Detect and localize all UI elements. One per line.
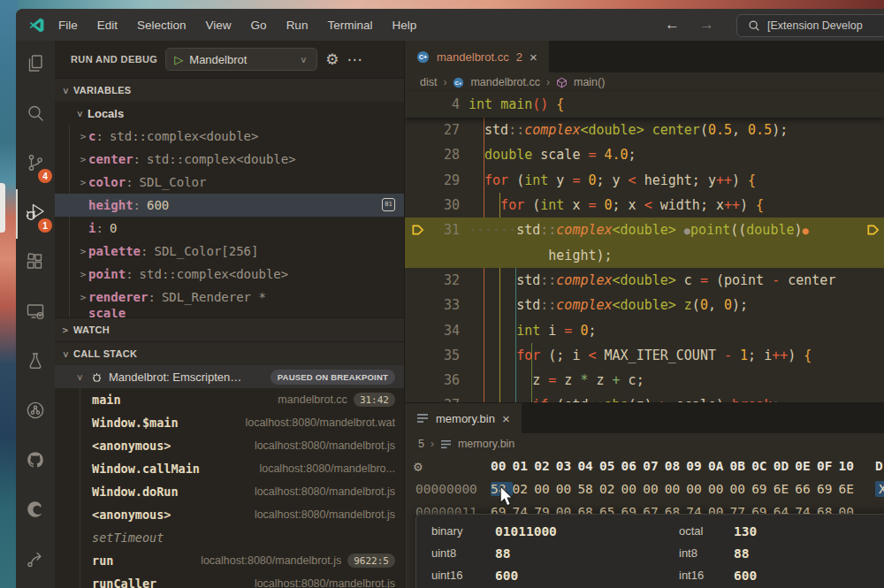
breadcrumb-dist[interactable]: dist: [420, 76, 437, 88]
gutter-29[interactable]: 29: [405, 168, 469, 193]
close-icon[interactable]: ×: [530, 50, 537, 64]
activity-item-source-control[interactable]: 4: [16, 140, 55, 189]
code-area[interactable]: 27std::complex<double> center(0.5, 0.5);…: [405, 118, 884, 402]
variable-row-center[interactable]: >center:std::complex<double>: [55, 148, 404, 171]
menu-view[interactable]: View: [196, 19, 241, 32]
command-center-search[interactable]: [Extension Develop: [736, 14, 884, 37]
hex-byte[interactable]: 6E: [774, 482, 796, 496]
stack-frame-2[interactable]: <anonymous>localhost:8080/mandelbrot.js: [55, 434, 404, 457]
close-icon[interactable]: ×: [502, 412, 510, 425]
hex-byte[interactable]: 00: [708, 482, 730, 496]
hex-byte[interactable]: 69: [817, 482, 839, 496]
activity-item-share[interactable]: [16, 536, 55, 585]
hex-row-0[interactable]: 00000000580200005802000000000000696E6669…: [405, 477, 884, 500]
menu-help[interactable]: Help: [382, 19, 426, 32]
gutter-31[interactable]: 31: [405, 218, 469, 242]
stack-frame-6[interactable]: setTimeout: [55, 526, 404, 549]
line-number[interactable]: 35: [444, 347, 460, 363]
breadcrumb-region[interactable]: 5: [418, 438, 424, 450]
line-number[interactable]: 36: [444, 372, 460, 388]
launch-config-dropdown[interactable]: ▷ Mandelbrot >: [165, 48, 317, 71]
hex-byte[interactable]: 02: [599, 482, 621, 496]
menu-terminal[interactable]: Terminal: [317, 19, 382, 32]
line-number[interactable]: 27: [444, 122, 460, 138]
hex-byte[interactable]: 00: [686, 482, 708, 496]
nav-forward-icon[interactable]: →: [699, 16, 714, 34]
stack-frame-0[interactable]: mainmandelbrot.cc31:42: [55, 388, 404, 411]
line-number[interactable]: 4: [452, 96, 460, 112]
line-number[interactable]: 30: [444, 197, 460, 213]
activity-item-dependency-graph[interactable]: [16, 387, 55, 437]
line-number[interactable]: 33: [444, 297, 460, 313]
activity-item-testing[interactable]: [16, 338, 55, 387]
line-number[interactable]: 32: [444, 272, 460, 288]
variable-row-scale[interactable]: >scale: [55, 309, 404, 317]
call-stack-section-header[interactable]: > CALL STACK: [55, 341, 404, 365]
code-line-35[interactable]: 35for (; i < MAX_ITER_COUNT - 1; i++) {: [405, 343, 884, 368]
gutter-37[interactable]: 37: [405, 393, 469, 402]
code-line-34[interactable]: 34int i = 0;: [405, 317, 884, 342]
line-number[interactable]: 34: [444, 323, 460, 339]
variables-section-header[interactable]: > VARIABLES: [55, 78, 404, 102]
menu-run[interactable]: Run: [277, 19, 318, 32]
hex-settings-gear-icon[interactable]: ⚙: [414, 458, 423, 475]
tab-mandelbrot-cc[interactable]: C+ mandelbrot.cc 2 ×: [405, 41, 549, 73]
variable-row-point[interactable]: >point:std::complex<double>: [55, 263, 404, 286]
stack-frame-3[interactable]: Window.callMainlocalhost:8080/mandelbro.…: [55, 457, 404, 480]
code-line-32[interactable]: 32std::complex<double> c = (point - cent…: [405, 268, 884, 293]
hex-byte[interactable]: 00: [621, 482, 644, 496]
code-line-4[interactable]: 4int main() {: [405, 92, 884, 117]
gutter-32[interactable]: 32: [405, 268, 469, 293]
sticky-scroll-line[interactable]: 4int main() {: [405, 92, 884, 118]
code-line-27[interactable]: 27std::complex<double> center(0.5, 0.5);: [405, 118, 884, 142]
variable-row-i[interactable]: >i:0: [55, 217, 404, 240]
hex-byte[interactable]: 69: [751, 482, 774, 496]
view-binary-icon[interactable]: 01: [382, 198, 395, 211]
scope-locals[interactable]: > Locals: [55, 102, 404, 125]
activity-item-extensions[interactable]: [16, 239, 55, 288]
variable-row-renderer[interactable]: >renderer:SDL_Renderer *: [55, 286, 404, 309]
stack-frame-8[interactable]: runCallerlocalhost:8080/mandelbrot.js: [55, 572, 404, 588]
hex-byte[interactable]: 00: [556, 482, 578, 496]
menu-selection[interactable]: Selection: [127, 19, 196, 32]
menu-edit[interactable]: Edit: [88, 19, 127, 32]
code-line-33[interactable]: 33std::complex<double> z(0, 0);: [405, 293, 884, 317]
stack-frame-4[interactable]: Window.doRunlocalhost:8080/mandelbrot.js: [55, 480, 404, 503]
line-number[interactable]: 28: [444, 147, 460, 163]
hex-byte[interactable]: 00: [643, 482, 665, 496]
code-line-28[interactable]: 28double scale = 4.0;: [405, 142, 884, 167]
gutter-wrap[interactable]: [405, 242, 469, 267]
code-line-37[interactable]: 37if (std::abs(z) > scale) break;: [405, 393, 884, 402]
code-line-31[interactable]: 31······std::complex<double> ●point((dou…: [405, 218, 884, 242]
code-line-29[interactable]: 29for (int y = 0; y < height; y++) {: [405, 168, 884, 193]
activity-item-remote-explorer[interactable]: [16, 288, 55, 338]
activity-item-explorer[interactable]: [16, 41, 55, 90]
code-line-30[interactable]: 30for (int x = 0; x < width; x++) {: [405, 193, 884, 218]
activity-item-github[interactable]: [16, 437, 55, 486]
gutter-35[interactable]: 35: [405, 343, 469, 368]
start-debug-icon[interactable]: ▷: [174, 54, 183, 65]
more-actions-icon[interactable]: ⋯: [347, 52, 362, 67]
hex-byte[interactable]: 02: [513, 482, 535, 496]
variable-row-c[interactable]: >c:std::complex<double>: [55, 125, 404, 148]
menu-file[interactable]: File: [49, 19, 88, 32]
code-line-wrap[interactable]: height);: [405, 242, 884, 267]
activity-item-run-and-debug[interactable]: 1: [16, 189, 55, 239]
stack-frame-1[interactable]: Window.$mainlocalhost:8080/mandelbrot.wa…: [55, 411, 404, 434]
hex-byte[interactable]: 00: [534, 482, 556, 496]
watch-section-header[interactable]: > WATCH: [55, 317, 404, 341]
line-number[interactable]: 29: [444, 172, 460, 188]
tab-memory-bin[interactable]: memory.bin ×: [405, 403, 522, 433]
variable-row-palette[interactable]: >palette:SDL_Color[256]: [55, 240, 404, 263]
stack-frame-5[interactable]: <anonymous>localhost:8080/mandelbrot.js: [55, 503, 404, 526]
hex-byte[interactable]: 66: [795, 482, 817, 496]
gutter-36[interactable]: 36: [405, 368, 469, 393]
gutter-33[interactable]: 33: [405, 293, 469, 317]
gutter-34[interactable]: 34: [405, 317, 469, 342]
activity-item-search[interactable]: [16, 90, 55, 140]
line-number[interactable]: 31: [444, 222, 460, 238]
gutter-28[interactable]: 28: [405, 142, 469, 167]
breadcrumb-file[interactable]: memory.bin: [458, 438, 514, 450]
variable-row-height[interactable]: >height:60001: [55, 194, 404, 217]
stack-frame-7[interactable]: runlocalhost:8080/mandelbrot.js9622:5: [55, 549, 404, 572]
